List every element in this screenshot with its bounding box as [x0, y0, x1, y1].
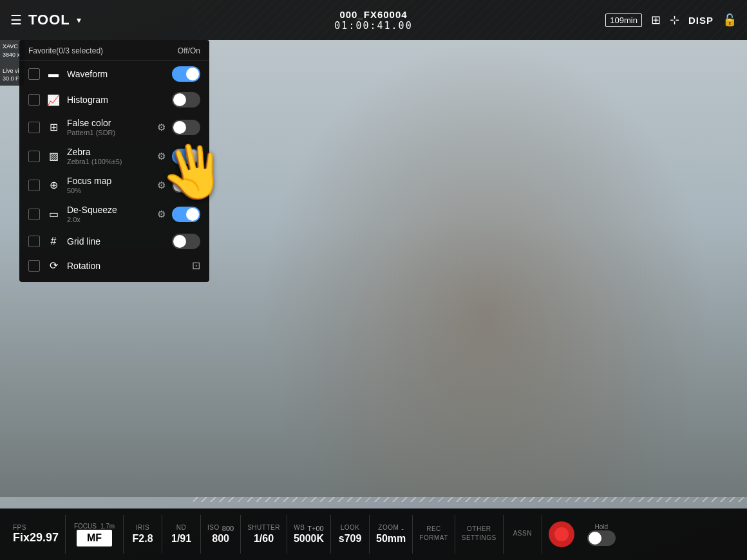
nd-value: 1/91: [171, 533, 191, 545]
rotation-checkbox[interactable]: [28, 260, 40, 272]
de-squeeze-icon: ▭: [46, 208, 61, 220]
iso-sub: 800: [222, 525, 234, 532]
grid-line-text: Grid line: [67, 236, 165, 247]
waveform-icon: ▬: [46, 68, 61, 80]
iris-section[interactable]: IRIS F2.8: [124, 515, 162, 554]
hold-toggle[interactable]: [587, 530, 616, 546]
shutter-label: SHUTTER: [247, 524, 280, 531]
timecode: 01:00:41.00: [334, 20, 412, 32]
assn-section[interactable]: ASSN: [504, 515, 542, 554]
de-squeeze-toggle-thumb: [186, 208, 199, 221]
false-color-checkbox[interactable]: [28, 122, 40, 133]
grid-line-checkbox[interactable]: [28, 236, 40, 247]
rec-button-section: [542, 515, 581, 554]
assn-label: ASSN: [513, 530, 532, 537]
focus-section[interactable]: FOCUS 1.7m MF: [66, 515, 124, 554]
menu-item-grid-line[interactable]: # Grid line: [19, 229, 209, 254]
zoom-sub: -: [401, 525, 404, 532]
hold-toggle-thumb: [589, 532, 601, 545]
focus-map-checkbox[interactable]: [28, 180, 40, 191]
hand-cursor: 🖐: [156, 136, 231, 207]
zoom-section[interactable]: ZOOM - 50mm: [370, 515, 413, 554]
other-label: OTHER: [467, 525, 491, 532]
focus-top: FOCUS 1.7m: [74, 523, 115, 530]
dropdown-header: Favorite(0/3 selected) Off/On: [19, 40, 209, 61]
nd-label: ND: [176, 524, 186, 531]
waveform-checkbox[interactable]: [28, 68, 40, 80]
histogram-text: Histogram: [67, 95, 165, 105]
false-color-toggle[interactable]: [172, 120, 200, 135]
grid-line-icon: #: [46, 236, 61, 247]
histogram-toggle[interactable]: [172, 92, 200, 107]
other-sub-label: SETTINGS: [462, 534, 496, 541]
rec-sub-label: FORMAT: [419, 534, 448, 541]
rec-label: REC: [426, 525, 441, 532]
look-section[interactable]: LOOK s709: [331, 515, 370, 554]
zebra-text: Zebra Zebra1 (100%±5): [67, 147, 151, 165]
dropdown-arrow-icon[interactable]: ▾: [77, 15, 81, 25]
top-bar-center: 000_FX60004 01:00:41.00: [334, 9, 412, 32]
dropdown-header-ofon: Off/On: [178, 46, 200, 55]
tool-label[interactable]: TOOL: [28, 12, 70, 28]
rec-format-section[interactable]: REC FORMAT: [413, 515, 455, 554]
clip-name: 000_FX60004: [334, 9, 412, 20]
hold-label: Hold: [595, 523, 609, 530]
lock-icon[interactable]: 🔓: [723, 13, 737, 27]
menu-item-rotation[interactable]: ⟳ Rotation ⊡: [19, 254, 209, 277]
histogram-icon: 📈: [46, 94, 61, 106]
focus-map-text: Focus map 50%: [67, 176, 151, 194]
focus-distance: 1.7m: [100, 523, 115, 530]
de-squeeze-toggle[interactable]: [172, 207, 200, 222]
grid-icon[interactable]: ⊞: [651, 13, 661, 27]
waveform-toggle[interactable]: [172, 66, 200, 82]
rotation-icon: ⟳: [46, 259, 61, 272]
focus-label: FOCUS: [74, 523, 97, 530]
menu-item-waveform[interactable]: ▬ Waveform: [19, 61, 209, 87]
bottom-bar: FPS Fix29.97 FOCUS 1.7m MF IRIS F2.8 ND …: [0, 509, 747, 560]
waveform-toggle-thumb: [186, 68, 199, 80]
cursor-icon[interactable]: ⊹: [670, 13, 679, 27]
menu-item-false-color[interactable]: ⊞ False color Pattern1 (SDR) ⚙: [19, 113, 209, 142]
false-color-icon: ⊞: [46, 121, 61, 133]
iso-section[interactable]: ISO 800 800: [201, 515, 241, 554]
iris-label: IRIS: [136, 524, 149, 531]
fps-label: FPS: [13, 524, 26, 531]
false-color-gear-icon[interactable]: ⚙: [157, 122, 165, 133]
rec-button-inner: [554, 527, 569, 541]
grid-line-toggle[interactable]: [172, 234, 200, 249]
battery-indicator: 109min: [605, 14, 642, 27]
false-color-text: False color Pattern1 (SDR): [67, 118, 151, 136]
zoom-label: ZOOM: [378, 524, 399, 531]
focus-mode-box[interactable]: MF: [77, 530, 112, 546]
histogram-checkbox[interactable]: [28, 94, 40, 106]
fps-value[interactable]: Fix29.97: [13, 531, 59, 545]
shutter-value: 1/60: [254, 533, 274, 545]
shutter-section[interactable]: SHUTTER 1/60: [241, 515, 287, 554]
top-bar-left: ☰ TOOL ▾: [10, 12, 81, 28]
rotation-action-icon[interactable]: ⊡: [192, 259, 200, 272]
look-value: s709: [339, 533, 362, 545]
wb-sub: T+00: [307, 525, 323, 532]
de-squeeze-gear-icon[interactable]: ⚙: [157, 209, 165, 220]
wb-section[interactable]: WB T+00 5000K: [287, 515, 331, 554]
zoom-value: 50mm: [376, 533, 406, 545]
disp-button[interactable]: DISP: [688, 15, 714, 26]
rotation-text: Rotation: [67, 261, 185, 271]
rec-button[interactable]: [549, 521, 574, 547]
false-color-toggle-thumb: [173, 121, 186, 134]
other-settings-section[interactable]: OTHER SETTINGS: [455, 515, 504, 554]
zebra-icon: ▨: [46, 150, 61, 162]
look-label: LOOK: [341, 524, 360, 531]
iris-value: F2.8: [133, 533, 153, 545]
grid-line-toggle-thumb: [173, 235, 186, 248]
menu-item-histogram[interactable]: 📈 Histogram: [19, 87, 209, 113]
dropdown-header-title: Favorite(0/3 selected): [28, 46, 103, 55]
menu-icon[interactable]: ☰: [10, 12, 22, 28]
iso-label: ISO: [207, 524, 220, 531]
iso-value: 800: [212, 533, 229, 545]
top-bar-right: 109min ⊞ ⊹ DISP 🔓: [605, 13, 737, 27]
nd-section[interactable]: ND 1/91: [162, 515, 201, 554]
zebra-checkbox[interactable]: [28, 151, 40, 162]
de-squeeze-checkbox[interactable]: [28, 209, 40, 220]
histogram-toggle-thumb: [173, 93, 186, 106]
